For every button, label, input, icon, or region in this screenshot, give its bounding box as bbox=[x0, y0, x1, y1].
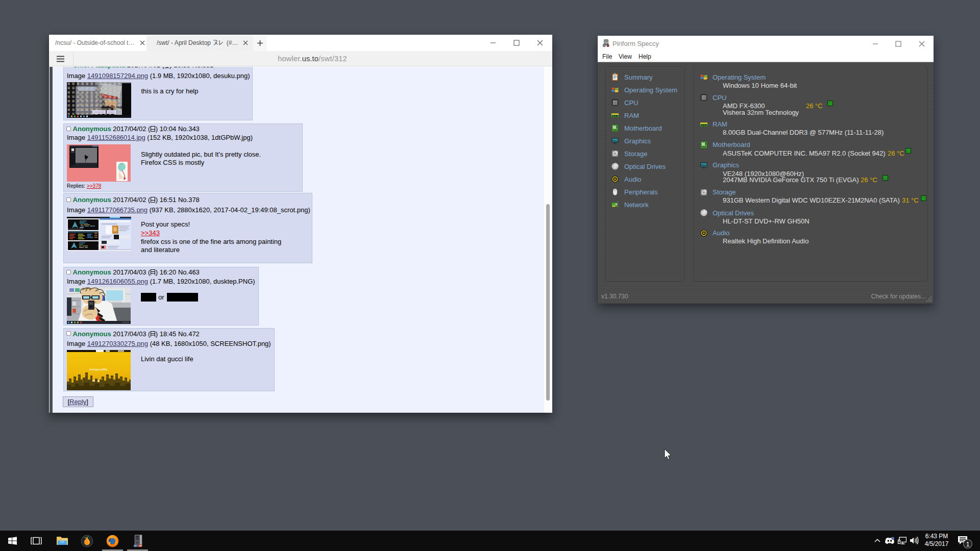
svg-text:1: 1 bbox=[966, 541, 970, 548]
svg-text:livingoodlife: livingoodlife bbox=[89, 368, 108, 371]
